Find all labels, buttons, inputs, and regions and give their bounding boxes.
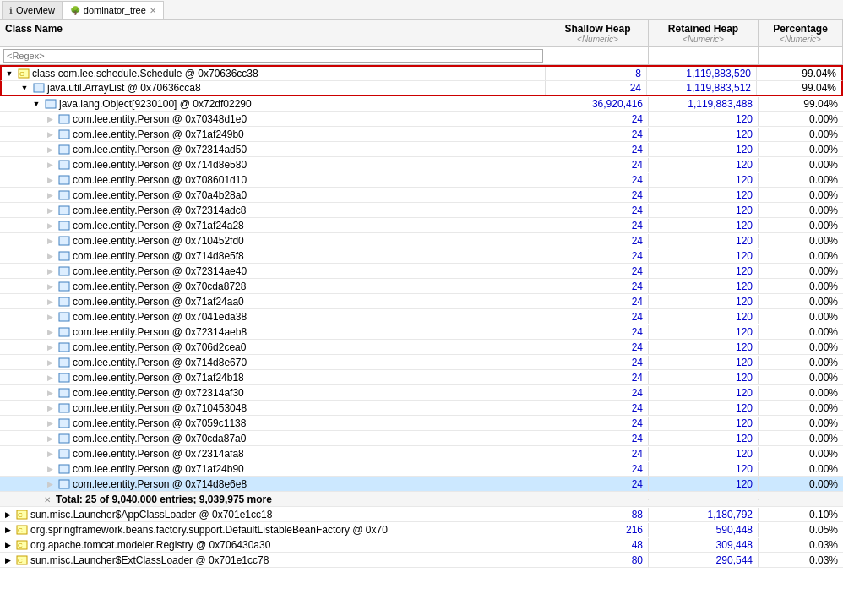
expander-icon[interactable] [2, 554, 14, 566]
filter-class-name-input[interactable] [3, 49, 543, 63]
percentage-cell: 0.00% [759, 143, 843, 156]
expander-icon[interactable] [44, 128, 56, 140]
table-row[interactable]: com.lee.entity.Person @ 0x708601d1024120… [0, 172, 843, 188]
table-row[interactable]: com.lee.entity.Person @ 0x71af249b024120… [0, 127, 843, 142]
tab-overview[interactable]: ℹ Overview [2, 1, 63, 19]
expander-icon[interactable] [44, 174, 56, 186]
expander-icon[interactable] [44, 113, 56, 125]
col-retained-heap-label: Retained Heap [668, 23, 738, 35]
expander-icon[interactable] [44, 463, 56, 475]
expander-icon[interactable] [44, 296, 56, 308]
table-row[interactable]: com.lee.entity.Person @ 0x72314afa824120… [0, 446, 843, 461]
expander-icon[interactable] [44, 448, 56, 460]
table-row[interactable]: com.lee.entity.Person @ 0x714d8e5f824120… [0, 248, 843, 264]
table-row[interactable]: com.lee.entity.Person @ 0x714d8e6e824120… [0, 477, 843, 492]
table-row[interactable]: java.lang.Object[9230100] @ 0x72df022903… [0, 96, 843, 112]
expander-icon[interactable] [2, 524, 14, 536]
name-cell: Corg.springframework.beans.factory.suppo… [0, 523, 547, 537]
expander-icon[interactable] [44, 402, 56, 414]
table-row[interactable]: com.lee.entity.Person @ 0x710452fd024120… [0, 233, 843, 248]
expander-icon[interactable] [30, 98, 42, 110]
retained-heap-cell: 120 [649, 356, 759, 369]
retained-heap-cell: 120 [649, 264, 759, 278]
table-row[interactable]: com.lee.entity.Person @ 0x71045304824120… [0, 401, 843, 416]
table-row[interactable]: com.lee.entity.Person @ 0x714d8e67024120… [0, 355, 843, 370]
table-row[interactable]: com.lee.entity.Person @ 0x72314af3024120… [0, 385, 843, 401]
table-row[interactable]: com.lee.entity.Person @ 0x71af24a2824120… [0, 218, 843, 233]
expander-icon[interactable] [44, 372, 56, 384]
expander-icon[interactable] [3, 68, 15, 79]
table-row[interactable]: java.util.ArrayList @ 0x70636cca8241,119… [0, 81, 843, 96]
col-shallow-heap: Shallow Heap <Numeric> [547, 20, 649, 46]
percentage-cell: 0.03% [759, 553, 843, 567]
tab-dominator-tree-label: dominator_tree [84, 5, 146, 15]
expander-icon[interactable] [44, 341, 56, 353]
expander-icon[interactable] [44, 387, 56, 399]
table-row[interactable]: com.lee.entity.Person @ 0x72314ad5024120… [0, 142, 843, 157]
tab-bar: ℹ Overview 🌳 dominator_tree ✕ [0, 0, 843, 20]
expander-icon[interactable] [44, 220, 56, 232]
expander-icon[interactable] [2, 539, 14, 551]
row-class-name: java.lang.Object[9230100] @ 0x72df02290 [59, 98, 252, 110]
expander-icon[interactable] [44, 326, 56, 338]
retained-heap-cell: 120 [649, 143, 759, 156]
expander-icon[interactable] [44, 433, 56, 444]
table-row[interactable]: com.lee.entity.Person @ 0x70cda872824120… [0, 279, 843, 294]
table-row[interactable]: Csun.misc.Launcher$ExtClassLoader @ 0x70… [0, 553, 843, 568]
expander-icon[interactable] [44, 189, 56, 201]
table-row[interactable]: Cclass com.lee.schedule.Schedule @ 0x706… [0, 65, 843, 81]
name-cell: com.lee.entity.Person @ 0x72314af30 [0, 386, 547, 400]
table-row[interactable]: com.lee.entity.Person @ 0x70cda87a024120… [0, 431, 843, 446]
percentage-cell: 0.00% [759, 128, 843, 141]
expander-icon[interactable] [44, 235, 56, 247]
expander-icon[interactable] [19, 82, 30, 94]
table-row[interactable]: com.lee.entity.Person @ 0x7059c113824120… [0, 416, 843, 431]
table-row[interactable]: com.lee.entity.Person @ 0x72314ae4024120… [0, 264, 843, 279]
table-row[interactable]: com.lee.entity.Person @ 0x714d8e58024120… [0, 157, 843, 172]
expander-icon[interactable] [44, 250, 56, 262]
expander-icon[interactable] [44, 478, 56, 490]
expander-icon[interactable] [44, 265, 56, 277]
expander-icon[interactable] [44, 281, 56, 292]
shallow-heap-cell: 88 [547, 508, 649, 521]
retained-heap-cell: 120 [649, 280, 759, 293]
table-row[interactable]: com.lee.entity.Person @ 0x70a4b28a024120… [0, 188, 843, 203]
expander-icon[interactable] [44, 159, 56, 171]
expander-icon[interactable] [44, 144, 56, 155]
table-row[interactable]: com.lee.entity.Person @ 0x71af24b9024120… [0, 461, 843, 477]
table-row[interactable]: Csun.misc.Launcher$AppClassLoader @ 0x70… [0, 507, 843, 522]
expander-icon[interactable] [44, 204, 56, 216]
table-row[interactable]: Corg.springframework.beans.factory.suppo… [0, 522, 843, 537]
row-class-name: com.lee.entity.Person @ 0x71af24aa0 [73, 296, 244, 308]
shallow-heap-cell: 24 [547, 173, 649, 187]
tab-close-icon[interactable]: ✕ [150, 6, 156, 15]
expander-icon[interactable] [44, 311, 56, 323]
table-row[interactable]: com.lee.entity.Person @ 0x706d2cea024120… [0, 340, 843, 355]
retained-heap-cell: 120 [649, 219, 759, 232]
row-class-name: com.lee.entity.Person @ 0x71af24a28 [73, 220, 244, 232]
table-row[interactable]: com.lee.entity.Person @ 0x70348d1e024120… [0, 112, 843, 127]
expander-icon[interactable] [2, 509, 14, 521]
table-row[interactable]: com.lee.entity.Person @ 0x71af24aa024120… [0, 294, 843, 309]
name-cell: Cclass com.lee.schedule.Schedule @ 0x706… [2, 67, 546, 80]
col-percentage-label: Percentage [773, 23, 828, 35]
col-class-name: Class Name [0, 20, 547, 46]
shallow-heap-cell [547, 499, 649, 500]
table-row[interactable]: com.lee.entity.Person @ 0x71af24b1824120… [0, 370, 843, 385]
tab-dominator-tree[interactable]: 🌳 dominator_tree ✕ [63, 1, 164, 19]
percentage-cell: 0.00% [759, 310, 843, 324]
svg-rect-25 [59, 434, 69, 443]
table-row[interactable]: Total: 25 of 9,040,000 entries; 9,039,97… [0, 492, 843, 507]
svg-text:C: C [18, 526, 23, 534]
class-icon: C [15, 554, 29, 566]
table-row[interactable]: Corg.apache.tomcat.modeler.Registry @ 0x… [0, 537, 843, 553]
expander-icon[interactable] [44, 357, 56, 368]
row-class-name: com.lee.entity.Person @ 0x708601d10 [73, 174, 247, 186]
expander-icon[interactable] [44, 417, 56, 429]
object-icon [57, 417, 71, 429]
table-row[interactable]: com.lee.entity.Person @ 0x72314aeb824120… [0, 324, 843, 340]
table-row[interactable]: com.lee.entity.Person @ 0x7041eda3824120… [0, 309, 843, 324]
svg-rect-3 [46, 100, 56, 108]
svg-rect-2 [34, 84, 44, 92]
table-row[interactable]: com.lee.entity.Person @ 0x72314adc824120… [0, 203, 843, 218]
